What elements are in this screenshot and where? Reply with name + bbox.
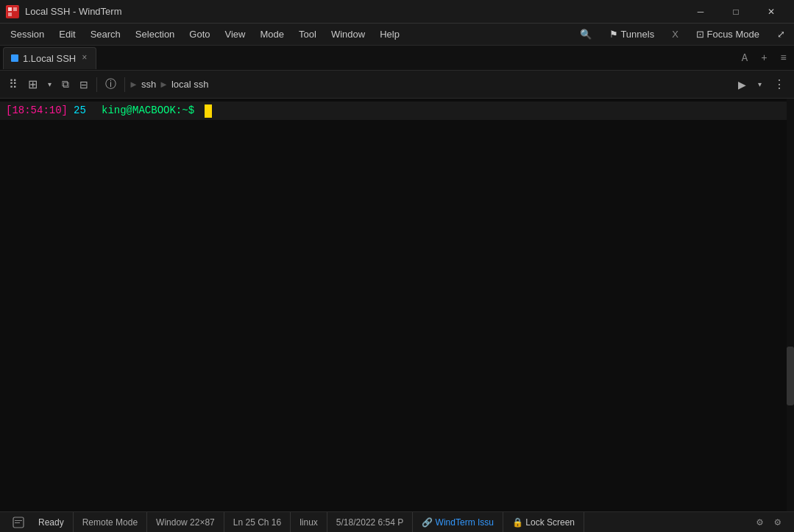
tab-label: 1.Local SSH — [23, 53, 76, 64]
svg-rect-2 — [13, 7, 17, 11]
focus-mode-btn[interactable]: ⊡ Focus Mode — [690, 26, 765, 42]
menu-help[interactable]: Help — [372, 26, 407, 43]
toolbar-sep-2 — [124, 77, 125, 92]
run-btn[interactable]: ▶ — [734, 76, 751, 93]
terminal-prompt-line: [18:54:10] 25 king@MACBOOK:~$ — [0, 102, 794, 120]
menu-bar: Session Edit Search Selection Goto View … — [0, 24, 794, 46]
split-horizontal-btn[interactable]: ⧉ — [57, 75, 74, 93]
prompt-space — [194, 103, 200, 118]
drag-handle[interactable]: ⠿ — [4, 74, 22, 94]
search-icon-btn[interactable]: 🔍 — [574, 26, 598, 42]
new-tab-btn[interactable]: + — [756, 51, 771, 65]
status-window-size: Window 22×87 — [147, 512, 224, 532]
svg-rect-1 — [8, 7, 12, 11]
status-cursor-pos: Ln 25 Ch 16 — [224, 512, 291, 532]
svg-rect-5 — [15, 520, 22, 521]
menu-mode[interactable]: Mode — [252, 26, 291, 43]
menu-tool[interactable]: Tool — [291, 26, 324, 43]
breadcrumb: ► ssh ► local ssh — [129, 79, 732, 90]
session-dropdown-btn[interactable]: ▾ — [43, 77, 56, 91]
terminal-cursor — [205, 104, 212, 118]
settings-icon-2[interactable]: ⚙ — [769, 516, 787, 528]
breadcrumb-ssh: ssh — [141, 79, 156, 90]
status-right: ⚙ ⚙ — [751, 516, 787, 528]
tab-indicator — [11, 54, 18, 62]
tunnels-btn[interactable]: ⚑ Tunnels — [603, 26, 660, 42]
breadcrumb-local-ssh: local ssh — [171, 79, 209, 90]
maximize-button[interactable]: □ — [719, 0, 753, 24]
more-options-btn[interactable]: ⋮ — [769, 74, 790, 94]
menu-window[interactable]: Window — [324, 26, 372, 43]
svg-rect-6 — [15, 522, 20, 523]
menu-right: 🔍 ⚑ Tunnels X ⊡ Focus Mode ⤢ — [574, 26, 791, 42]
status-remote-mode: Remote Mode — [74, 512, 147, 532]
menu-edit[interactable]: Edit — [52, 26, 82, 43]
prompt-timestamp: [18:54:10] — [6, 103, 68, 118]
breadcrumb-lead-arrow: ► — [129, 79, 138, 90]
minimize-button[interactable]: ─ — [684, 0, 717, 24]
status-bar: Ready Remote Mode Window 22×87 Ln 25 Ch … — [0, 511, 794, 532]
terminal-area[interactable]: [18:54:10] 25 king@MACBOOK:~$ — [0, 99, 794, 511]
run-dropdown-btn[interactable]: ▾ — [754, 77, 766, 91]
terminal-scrollbar[interactable] — [787, 99, 794, 511]
tab-menu-btn[interactable]: ≡ — [776, 51, 791, 65]
split-vertical-btn[interactable]: ⊟ — [75, 76, 93, 93]
status-os: linux — [291, 512, 327, 532]
app-icon — [6, 5, 19, 18]
title-bar: Local SSH - WindTerm ─ □ ✕ — [0, 0, 794, 24]
menu-goto[interactable]: Goto — [182, 26, 217, 43]
svg-rect-3 — [8, 13, 12, 16]
status-lock-screen[interactable]: 🔒 Lock Screen — [503, 512, 584, 532]
status-left-icons — [7, 512, 29, 533]
settings-gear-icon[interactable]: ⚙ — [751, 516, 768, 528]
terminal-icon-btn[interactable] — [7, 512, 29, 533]
toolbar: ⠿ ⊞ ▾ ⧉ ⊟ ⓘ ► ssh ► local ssh ▶ ▾ ⋮ — [0, 71, 794, 99]
status-ready: Ready — [29, 512, 74, 532]
scrollbar-thumb[interactable] — [787, 347, 794, 405]
prompt-user-host: king@MACBOOK:~$ — [102, 103, 194, 118]
tab-bar: 1.Local SSH × A + ≡ — [0, 46, 794, 71]
info-btn[interactable]: ⓘ — [101, 74, 121, 94]
close-button[interactable]: ✕ — [754, 0, 788, 24]
menu-view[interactable]: View — [218, 26, 253, 43]
status-windterm-issue[interactable]: 🔗 WindTerm Issu — [413, 512, 503, 532]
tab-bar-right: A + ≡ — [737, 51, 791, 65]
expand-icon-btn[interactable]: ⤢ — [771, 26, 791, 42]
breadcrumb-arrow-1: ► — [159, 79, 169, 90]
window-controls: ─ □ ✕ — [684, 0, 788, 24]
tab-close-btn[interactable]: × — [80, 53, 88, 63]
window-title: Local SSH - WindTerm — [25, 6, 684, 17]
menu-session[interactable]: Session — [3, 26, 52, 43]
font-size-btn[interactable]: A — [737, 51, 752, 65]
prompt-line-number: 25 — [74, 103, 96, 118]
new-session-btn[interactable]: ⊞ — [24, 74, 42, 94]
menu-search[interactable]: Search — [83, 26, 128, 43]
status-datetime: 5/18/2022 6:54 P — [327, 512, 413, 532]
toolbar-right: ▶ ▾ ⋮ — [734, 74, 790, 94]
toolbar-sep-1 — [96, 77, 97, 92]
x-close-btn[interactable]: X — [666, 26, 684, 42]
tab-local-ssh[interactable]: 1.Local SSH × — [3, 47, 96, 69]
menu-selection[interactable]: Selection — [128, 26, 182, 43]
